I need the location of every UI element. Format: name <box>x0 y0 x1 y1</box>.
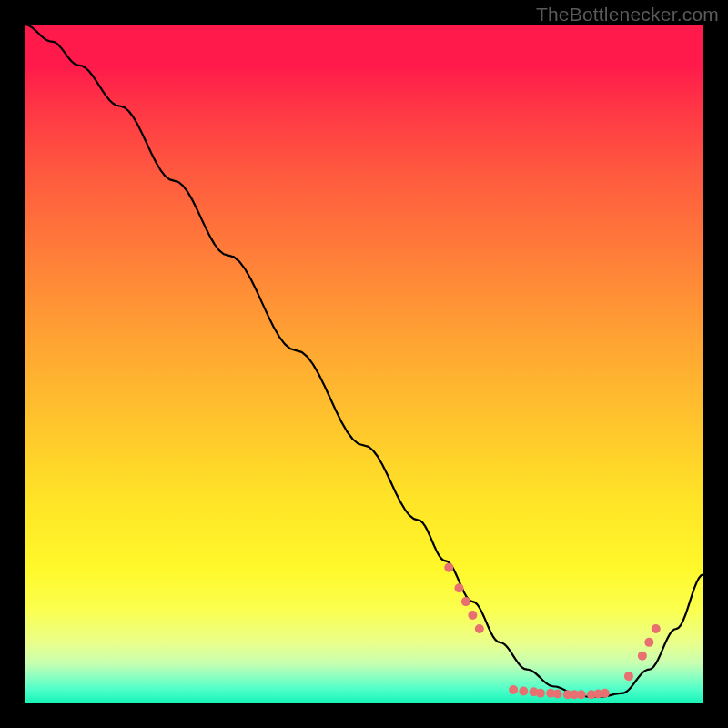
highlight-marker <box>638 652 647 661</box>
highlight-marker <box>444 563 453 572</box>
highlight-marker <box>577 690 586 699</box>
highlight-marker <box>519 687 528 696</box>
highlight-marker <box>468 611 477 620</box>
highlight-marker <box>644 638 653 647</box>
highlight-marker <box>536 689 545 698</box>
plot-overlay <box>25 25 703 703</box>
chart-frame: TheBottlenecker.com <box>0 0 728 728</box>
highlight-marker <box>461 597 470 606</box>
highlight-marker <box>652 624 661 633</box>
highlight-marker <box>553 690 562 699</box>
highlight-marker <box>454 583 463 592</box>
highlight-marker <box>624 672 633 681</box>
attribution-label: TheBottlenecker.com <box>536 4 719 25</box>
highlight-marker <box>509 685 518 694</box>
bottleneck-curve <box>25 25 703 697</box>
highlight-marker-group <box>444 563 661 700</box>
highlight-marker <box>475 624 484 633</box>
highlight-marker <box>601 689 610 698</box>
